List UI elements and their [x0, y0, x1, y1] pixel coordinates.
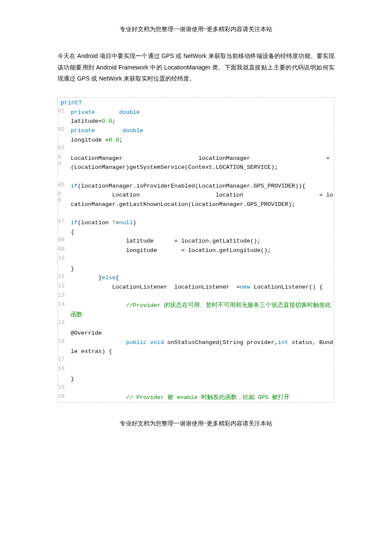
code-line: if(locationManager.isProviderEnabled(Loc… [71, 182, 334, 191]
line-number: 0 4 [58, 154, 71, 172]
line-number: 09 [58, 246, 71, 255]
code-line [71, 145, 334, 154]
line-number: 18 [58, 365, 71, 384]
line-number: 14 [58, 301, 71, 319]
code-line: } [71, 365, 334, 384]
line-number: 12 [58, 283, 71, 292]
line-number: 05 [58, 182, 71, 191]
line-number: 16 [58, 338, 71, 356]
code-line: longitude = location.getLongitude(); [71, 246, 334, 255]
line-number: 03 [58, 145, 71, 154]
code-line: public void onStatusChanged(String provi… [71, 338, 334, 356]
code-line: LocationListener locationListener =new L… [71, 283, 334, 292]
page-footer: 专业好文档为您整理~~谢谢使用~更多精彩内容请关注本站 [58, 420, 334, 428]
line-number: 13 [58, 292, 71, 301]
code-block: print? 01 private double latitude=0.0; 0… [58, 97, 334, 403]
code-line: } [71, 255, 334, 273]
page: 专业好文档为您整理~~谢谢使用~更多精彩内容请关注本站 今天在 Android … [0, 0, 392, 445]
line-number: 0 6 [58, 191, 71, 209]
line-number: 17 [58, 356, 71, 366]
line-number: 10 [58, 255, 71, 273]
page-header: 专业好文档为您整理~~谢谢使用~更多精彩内容请关注本站 [58, 26, 334, 33]
code-line: //Provider 的状态在可用、暂时不可用和无服务三个状态直接切换时触发此函… [71, 301, 334, 319]
code-line [71, 292, 334, 301]
code-line: private double longitude =0.0; [71, 126, 334, 145]
code-line: latitude = location.getLatitude(); [71, 237, 334, 246]
intro-paragraph: 今天在 Android 项目中要实现一个通过 GPS 或 NetWork 来获取… [58, 50, 334, 84]
code-line [71, 384, 334, 393]
line-number: 02 [58, 126, 71, 145]
code-line: }else{ [71, 273, 334, 283]
code-line: if(location !=null) { [71, 218, 334, 237]
line-number: 19 [58, 384, 71, 393]
line-number: 20 [58, 393, 71, 402]
line-number: 01 [58, 108, 71, 126]
print-link[interactable]: print? [58, 98, 334, 108]
code-table: 01 private double latitude=0.0; 02 priva… [58, 108, 334, 402]
line-number: 08 [58, 237, 71, 246]
line-number: 07 [58, 218, 71, 237]
code-line: private double latitude=0.0; [71, 108, 334, 126]
code-line: LocationManager locationManager = (Locat… [71, 154, 334, 172]
line-number: 11 [58, 273, 71, 283]
code-line: // Provider 被 enable 时触发此函数，比如 GPS 被打开 [71, 393, 334, 402]
code-line [71, 356, 334, 366]
code-line: Location location = locationManager.getL… [71, 191, 334, 209]
code-line: @Override [71, 319, 334, 338]
line-number: 15 [58, 319, 71, 338]
